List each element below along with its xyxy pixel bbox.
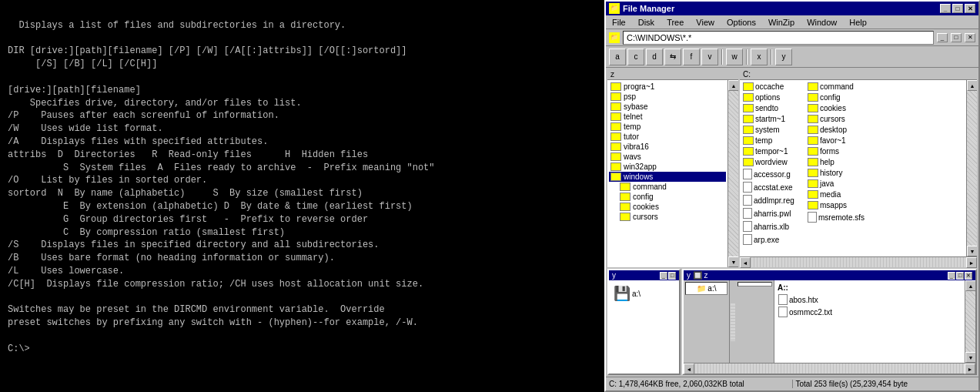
scroll-left-btn[interactable]: ◄ (740, 257, 751, 268)
close-button[interactable]: ✕ (965, 4, 975, 13)
tree-item-cookies[interactable]: cookies (609, 202, 726, 212)
h-scrollbar[interactable]: ◄ ► (740, 256, 977, 267)
menu-help[interactable]: Help (846, 18, 870, 27)
address-bar: 📁 _ □ ✕ (606, 29, 978, 46)
menu-winzip[interactable]: WinZip (765, 18, 798, 27)
menu-window[interactable]: Window (804, 18, 840, 27)
tree-item-config[interactable]: config (609, 192, 726, 202)
floppy-h-scrollbar[interactable]: ◄ ► (684, 363, 975, 374)
file-entry-addlmpr[interactable]: addlmpr.reg (741, 194, 803, 206)
scroll-right-btn[interactable]: ► (966, 257, 977, 268)
file-entry-sendto[interactable]: sendto (741, 103, 803, 113)
drive-maximize[interactable]: □ (668, 272, 676, 280)
tb-btn-c[interactable]: c (627, 49, 644, 65)
scroll-down-btn[interactable]: ▼ (967, 246, 977, 256)
floppy-h-track[interactable] (694, 364, 965, 374)
file-entry-startm1[interactable]: startm~1 (741, 114, 803, 124)
tree-item-psp[interactable]: psp (609, 92, 726, 102)
tb-btn-d[interactable]: d (646, 49, 663, 65)
file-scrollbar[interactable]: ▲ ▼ (966, 80, 977, 256)
file-entry-aharrispwl[interactable]: aharris.pwl (741, 207, 803, 219)
minimize-button[interactable]: _ (940, 4, 951, 13)
floppy-panel: y 🔲 z _ □ ✕ 📁 a:\ (682, 269, 977, 375)
scroll-up-btn[interactable]: ▲ (967, 80, 977, 91)
file-entry-history[interactable]: history (806, 168, 868, 178)
tb-btn-y[interactable]: y (775, 49, 792, 65)
file-entry-forms[interactable]: forms (806, 146, 868, 156)
tb-btn-w[interactable]: w (726, 49, 743, 65)
tree-item-telnet[interactable]: telnet (609, 112, 726, 122)
tree-scrollbar[interactable]: ▲ ▼ (727, 80, 738, 267)
scroll-up-btn[interactable]: ▲ (965, 280, 975, 291)
file-entry-system[interactable]: system (741, 125, 803, 135)
floppy-minimize[interactable]: _ (948, 272, 955, 280)
drive-a-item[interactable]: 💾 a:\ (612, 283, 676, 303)
tree-item-win32app[interactable]: win32app (609, 162, 726, 172)
file-entry-desktop[interactable]: desktop (806, 125, 868, 135)
menu-file[interactable]: File (609, 18, 629, 27)
tree-item-progra1[interactable]: progra~1 (609, 82, 726, 92)
address-input[interactable] (623, 31, 934, 45)
file-entry-config2[interactable]: config (806, 92, 868, 102)
file-entry-cookies2[interactable]: cookies (806, 103, 868, 113)
scroll-down-btn[interactable]: ▼ (965, 352, 975, 363)
floppy-scroll-left[interactable]: ◄ (684, 364, 694, 374)
tree-item-windows[interactable]: windows (609, 172, 726, 182)
tb-btn-x[interactable]: x (751, 49, 768, 65)
tree-item-sybase[interactable]: sybase (609, 102, 726, 112)
tb-btn-arrows[interactable]: ⇆ (664, 49, 681, 65)
scroll-track[interactable] (967, 91, 977, 246)
file-entry-msremote[interactable]: msremote.sfs (806, 211, 868, 223)
file-entry-temp[interactable]: temp (741, 136, 803, 146)
file-entry-java[interactable]: java (806, 179, 868, 189)
file-entry-accstat[interactable]: accstat.exe (741, 181, 803, 193)
maximize-button[interactable]: □ (952, 4, 963, 13)
scroll-track[interactable] (965, 291, 975, 352)
floppy-file-osmmcc2[interactable]: osmmcc2.txt (778, 306, 962, 318)
address-maximize[interactable]: □ (951, 33, 962, 42)
floppy-scrollbar[interactable]: ▲ ▼ (965, 280, 975, 363)
address-close[interactable]: ✕ (965, 33, 975, 42)
file-entry-arpexe[interactable]: arp.exe (741, 233, 803, 246)
file-entry-media[interactable]: media (806, 189, 868, 199)
folder-icon (808, 158, 818, 166)
file-entry-options[interactable]: options (741, 92, 803, 102)
tree-item-command[interactable]: command (609, 182, 726, 192)
menu-options[interactable]: Options (724, 18, 759, 27)
folder-icon-open (610, 173, 621, 181)
file-entry-occache[interactable]: occache (741, 82, 803, 92)
folder-icon (743, 104, 754, 112)
file-entry-msapps[interactable]: msapps (806, 200, 868, 210)
drive-minimize[interactable]: _ (660, 272, 667, 280)
tree-item-vibra16[interactable]: vibra16 (609, 142, 726, 152)
address-minimize[interactable]: _ (937, 33, 948, 42)
menu-tree[interactable]: Tree (664, 18, 687, 27)
file-entry-wordview[interactable]: wordview (741, 157, 803, 167)
floppy-maximize[interactable]: □ (956, 272, 964, 280)
floppy-scroll-right[interactable]: ► (965, 364, 975, 374)
file-label: addlmpr.reg (754, 196, 794, 205)
floppy-file-abos[interactable]: abos.htx (778, 293, 962, 306)
file-entry-tempor1[interactable]: tempor~1 (741, 146, 803, 156)
file-entry-aharrisxlb[interactable]: aharris.xlb (741, 220, 803, 233)
scroll-track[interactable] (728, 91, 738, 256)
tb-btn-f[interactable]: f (683, 49, 700, 65)
scroll-down-btn[interactable]: ▼ (728, 256, 738, 267)
tree-item-temp[interactable]: temp (609, 122, 726, 132)
file-entry-cursors2[interactable]: cursors (806, 114, 868, 124)
tb-btn-v[interactable]: v (701, 49, 718, 65)
menu-view[interactable]: View (693, 18, 717, 27)
tree-item-tutor[interactable]: tutor (609, 132, 726, 142)
menu-disk[interactable]: Disk (635, 18, 657, 27)
file-entry-accessorg[interactable]: accessor.g (741, 168, 803, 180)
floppy-scroll-track[interactable] (731, 303, 735, 341)
file-entry-favor1[interactable]: favor~1 (806, 136, 868, 146)
file-entry-help[interactable]: help (806, 157, 868, 167)
tree-item-cursors[interactable]: cursors (609, 212, 726, 222)
floppy-close[interactable]: ✕ (965, 272, 972, 280)
tb-btn-a[interactable]: a (609, 49, 626, 65)
h-scroll-track[interactable] (751, 257, 966, 267)
tree-item-wavs[interactable]: wavs (609, 152, 726, 162)
scroll-up-btn[interactable]: ▲ (728, 80, 738, 91)
file-entry-command2[interactable]: command (806, 82, 868, 92)
